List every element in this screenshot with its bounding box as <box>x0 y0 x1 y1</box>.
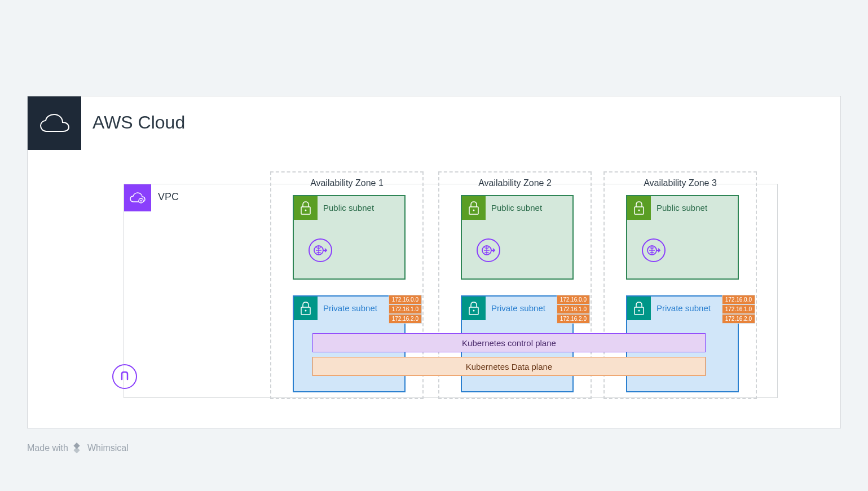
az-1-label: Availability Zone 1 <box>310 178 384 188</box>
lock-icon <box>299 301 312 316</box>
vpc-cloud-icon <box>129 192 147 204</box>
cidr-badge: 172.16.0.0 <box>557 295 590 304</box>
cidr-badge: 172.16.2.0 <box>557 314 590 324</box>
cidr-badges-1: 172.16.0.0 172.16.1.0 172.16.2.0 <box>389 295 422 324</box>
svg-point-7 <box>473 210 475 211</box>
brand-text: Whimsical <box>87 443 129 453</box>
internet-gateway-icon <box>309 238 332 262</box>
aws-cloud-icon-box <box>28 96 81 150</box>
cidr-badge: 172.16.1.0 <box>722 304 755 314</box>
public-subnet-2-label: Public subnet <box>491 203 542 213</box>
az-2-label: Availability Zone 2 <box>478 178 552 188</box>
lock-icon-box <box>462 297 486 320</box>
cidr-badges-2: 172.16.0.0 172.16.1.0 172.16.2.0 <box>557 295 590 324</box>
private-subnet-2-label: Private subnet <box>491 303 545 313</box>
internet-gateway-icon <box>642 238 666 262</box>
svg-point-15 <box>638 310 640 312</box>
public-subnet-2: Public subnet <box>461 195 574 280</box>
lock-icon <box>468 201 480 215</box>
private-subnet-1-label: Private subnet <box>323 303 377 313</box>
lock-icon <box>299 201 312 215</box>
kubernetes-data-plane: Kubernetes Data plane <box>312 357 706 376</box>
az-3-label: Availability Zone 3 <box>644 178 717 188</box>
vpc-icon-box <box>124 184 151 211</box>
lock-icon <box>468 301 480 316</box>
internet-gateway-icon <box>477 238 500 262</box>
lock-icon <box>633 301 645 316</box>
lock-icon <box>633 201 645 215</box>
svg-point-5 <box>305 310 307 312</box>
lock-icon-box <box>627 196 651 220</box>
cidr-badge: 172.16.2.0 <box>389 314 422 324</box>
cidr-badge: 172.16.0.0 <box>722 295 755 304</box>
cloud-icon <box>38 113 71 134</box>
svg-point-2 <box>305 210 307 211</box>
public-subnet-1-label: Public subnet <box>323 203 374 213</box>
public-subnet-1: Public subnet <box>293 195 406 280</box>
vpc-label: VPC <box>158 191 179 203</box>
cidr-badge: 172.16.2.0 <box>722 314 755 324</box>
aws-cloud-title: AWS Cloud <box>92 112 185 133</box>
nat-gateway-icon <box>112 364 137 389</box>
cidr-badge: 172.16.1.0 <box>389 304 422 314</box>
svg-point-12 <box>638 210 640 211</box>
kubernetes-control-plane: Kubernetes control plane <box>312 333 706 352</box>
svg-rect-17 <box>73 447 80 453</box>
svg-point-10 <box>473 310 475 312</box>
cidr-badges-3: 172.16.0.0 172.16.1.0 172.16.2.0 <box>722 295 755 324</box>
lock-icon-box <box>294 297 318 320</box>
footer-attribution: Made with Whimsical <box>27 441 129 455</box>
public-subnet-3: Public subnet <box>626 195 739 280</box>
public-subnet-3-label: Public subnet <box>656 203 707 213</box>
private-subnet-3-label: Private subnet <box>656 303 711 313</box>
lock-icon-box <box>462 196 486 220</box>
cidr-badge: 172.16.0.0 <box>389 295 422 304</box>
lock-icon-box <box>627 297 651 320</box>
whimsical-logo-icon <box>71 441 84 455</box>
aws-cloud-container: AWS Cloud VPC Availability Zone 1 <box>27 96 841 428</box>
made-with-text: Made with <box>27 443 68 453</box>
cidr-badge: 172.16.1.0 <box>557 304 590 314</box>
lock-icon-box <box>294 196 318 220</box>
